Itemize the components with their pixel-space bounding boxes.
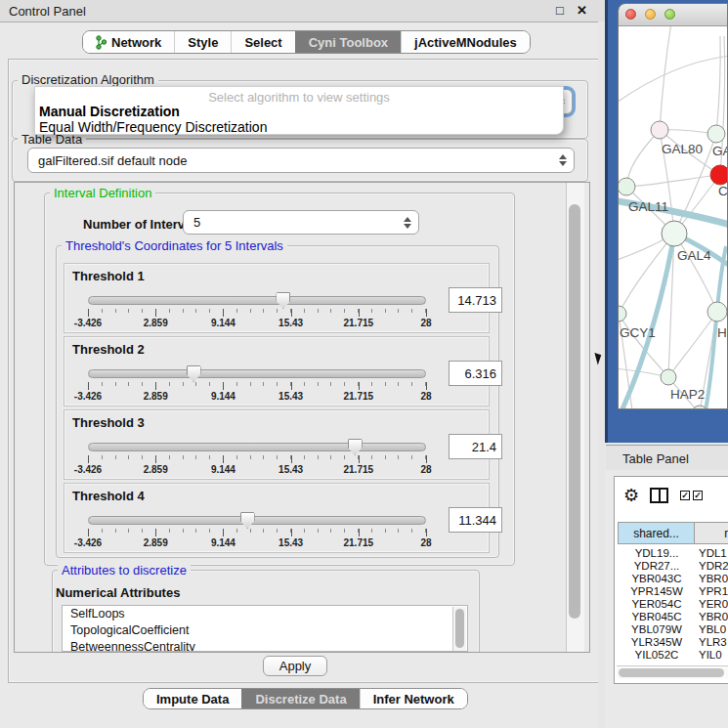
list-item[interactable]: TopologicalCoefficient bbox=[63, 622, 467, 639]
cell[interactable]: YDL19... bbox=[619, 547, 695, 559]
slider-thumb[interactable] bbox=[240, 512, 255, 529]
threshold-4-value-field[interactable]: 11.344 bbox=[449, 507, 502, 533]
threshold-4-slider[interactable] bbox=[88, 516, 426, 525]
table-row[interactable]: YDR27...YDR2 bbox=[615, 560, 728, 573]
node-hap2[interactable] bbox=[661, 369, 676, 385]
tab-style[interactable]: Style bbox=[174, 31, 231, 53]
major-tick bbox=[291, 309, 292, 317]
network-view-window[interactable]: GAL80 GA C GAL11 GAL4 GCY1 H HAP2 bbox=[618, 3, 728, 409]
list-scrollbar[interactable] bbox=[452, 607, 466, 652]
table-row[interactable]: YDL19...YDL1 bbox=[615, 547, 728, 560]
close-traffic-light-icon[interactable] bbox=[625, 9, 636, 20]
cell[interactable]: YLR345W bbox=[619, 636, 695, 648]
cell[interactable]: YBL0 bbox=[699, 623, 726, 635]
threshold-4-panel: Threshold 4 -3.4262.8599.14415.4321.7152… bbox=[64, 483, 490, 553]
node-gal80[interactable] bbox=[651, 121, 668, 139]
table-row[interactable]: YIL052CYIL0 bbox=[615, 649, 728, 662]
threshold-2-value-field[interactable]: 6.316 bbox=[449, 361, 502, 386]
slider-thumb[interactable] bbox=[187, 365, 201, 382]
gear-icon[interactable]: ⚙ bbox=[623, 485, 639, 506]
major-tick bbox=[88, 382, 89, 390]
option-equal-width-frequency[interactable]: Equal Width/Frequency Discretization bbox=[39, 119, 267, 135]
network-window-titlebar[interactable] bbox=[619, 4, 727, 26]
table-row[interactable]: YBR043CYBR0 bbox=[615, 573, 728, 585]
cyni-bottom-tabs: Impute Data Discretize Data Infer Networ… bbox=[143, 688, 468, 709]
table-row[interactable]: YPR145WYPR1 bbox=[615, 585, 728, 598]
tab-cyni-toolbox[interactable]: Cyni Toolbox bbox=[295, 31, 401, 53]
threshold-1-value-field[interactable]: 14.713 bbox=[449, 287, 502, 313]
tick-label: 28 bbox=[420, 391, 431, 402]
settings-scrollbar[interactable] bbox=[566, 183, 584, 652]
tab-jactivemnodules[interactable]: jActiveMNodules bbox=[401, 31, 530, 53]
tab-network[interactable]: Network bbox=[83, 31, 174, 53]
scrollbar-thumb[interactable] bbox=[619, 668, 724, 677]
node-red-selected[interactable] bbox=[710, 165, 727, 185]
cell[interactable]: YBL079W bbox=[619, 623, 695, 635]
tab-select[interactable]: Select bbox=[231, 31, 294, 53]
table-row[interactable]: YLR345WYLR3 bbox=[615, 636, 728, 649]
tick-label: 28 bbox=[420, 318, 431, 328]
table-horizontal-scrollbar[interactable] bbox=[617, 665, 728, 679]
list-item[interactable]: SelfLoops bbox=[63, 606, 467, 622]
cell[interactable]: YBR0 bbox=[699, 573, 728, 584]
network-canvas[interactable]: GAL80 GA C GAL11 GAL4 GCY1 H HAP2 bbox=[619, 26, 727, 409]
cell[interactable]: YPR145W bbox=[619, 585, 695, 597]
threshold-3-slider[interactable] bbox=[88, 443, 426, 451]
tick-label: 2.859 bbox=[144, 537, 168, 548]
checkbox-icon[interactable]: ✓ bbox=[680, 491, 690, 500]
zoom-traffic-light-icon[interactable] bbox=[664, 9, 675, 20]
major-tick bbox=[155, 309, 156, 317]
slider-thumb[interactable] bbox=[348, 439, 363, 455]
node-gal11[interactable] bbox=[619, 178, 635, 195]
cell[interactable]: YBR0 bbox=[699, 611, 728, 622]
node-h[interactable] bbox=[707, 302, 727, 321]
cell[interactable]: YIL0 bbox=[699, 649, 722, 661]
node-gcy1[interactable] bbox=[619, 306, 626, 321]
threshold-1-slider[interactable] bbox=[88, 296, 426, 305]
scrollbar-thumb[interactable] bbox=[455, 609, 464, 648]
tab-impute-data[interactable]: Impute Data bbox=[144, 689, 241, 708]
node-gal4[interactable] bbox=[662, 221, 687, 246]
cell[interactable]: YDR2 bbox=[699, 560, 728, 572]
cell[interactable]: YLR3 bbox=[699, 636, 727, 648]
tab-discretize-data[interactable]: Discretize Data bbox=[241, 689, 359, 708]
node-label-h: H bbox=[717, 325, 727, 340]
cell[interactable]: YPR1 bbox=[699, 585, 728, 597]
apply-button[interactable]: Apply bbox=[263, 656, 327, 676]
table-row[interactable]: YER054CYER0 bbox=[615, 598, 728, 611]
threshold-3-value-field[interactable]: 21.4 bbox=[449, 434, 502, 459]
checkbox-icon[interactable]: ✓ bbox=[693, 491, 703, 500]
float-window-icon[interactable]: □ bbox=[556, 3, 564, 18]
table-row[interactable]: YBR045CYBR0 bbox=[615, 611, 728, 623]
option-manual-discretization[interactable]: Manual Discretization bbox=[39, 104, 180, 119]
numerical-attributes-list[interactable]: SelfLoops TopologicalCoefficient Between… bbox=[62, 605, 468, 652]
split-columns-icon[interactable] bbox=[650, 488, 668, 503]
tick-label: 28 bbox=[420, 537, 431, 548]
major-tick bbox=[223, 455, 224, 463]
column-header-shared-name[interactable]: shared... bbox=[618, 522, 695, 544]
minimize-traffic-light-icon[interactable] bbox=[645, 9, 656, 20]
table-row[interactable]: YBL079WYBL0 bbox=[615, 623, 728, 636]
column-header-name[interactable]: na bbox=[694, 522, 728, 544]
cell[interactable]: YDL1 bbox=[699, 547, 727, 559]
cell[interactable]: YER0 bbox=[699, 598, 728, 610]
slider-thumb[interactable] bbox=[276, 292, 290, 309]
close-icon[interactable]: ✕ bbox=[577, 3, 587, 18]
panel-divider[interactable] bbox=[598, 21, 605, 728]
scrollbar-thumb[interactable] bbox=[569, 204, 580, 619]
cell[interactable]: YBR045C bbox=[619, 611, 695, 622]
list-item[interactable]: BetweennessCentrality bbox=[63, 639, 467, 652]
number-of-intervals-combobox[interactable]: 5 bbox=[183, 210, 419, 235]
control-panel-titlebar: Control Panel □ ✕ bbox=[0, 0, 606, 22]
major-tick bbox=[426, 529, 427, 536]
cell[interactable]: YDR27... bbox=[619, 560, 695, 572]
cell[interactable]: YIL052C bbox=[619, 649, 695, 661]
threshold-2-slider[interactable] bbox=[88, 369, 426, 378]
major-tick bbox=[426, 455, 427, 463]
node-ga[interactable] bbox=[707, 125, 725, 143]
table-data-combobox[interactable]: galFiltered.sif default node bbox=[27, 148, 575, 173]
tab-infer-network[interactable]: Infer Network bbox=[360, 689, 467, 708]
node-label-gal4: GAL4 bbox=[677, 248, 711, 263]
cell[interactable]: YER054C bbox=[619, 598, 695, 610]
cell[interactable]: YBR043C bbox=[619, 573, 695, 584]
